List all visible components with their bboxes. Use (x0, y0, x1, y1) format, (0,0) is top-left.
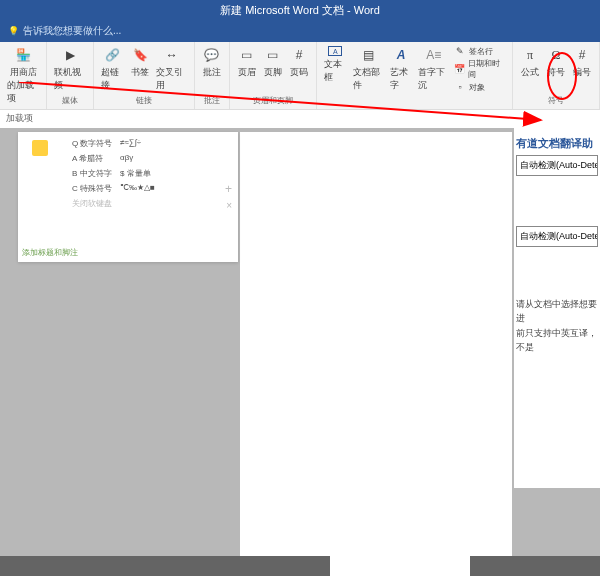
pagenum-button[interactable]: # 页码 (286, 44, 312, 95)
comment-icon: 💬 (203, 46, 221, 64)
page-panel: Q 数字符号≠≈∑∫÷ A 希腊符αβγ B 中文符字$ 常量单 C 特殊符号℃… (18, 132, 238, 262)
textbox-icon: A (328, 46, 342, 56)
group-links: 🔗 超链接 🔖 书签 ↔ 交叉引用 链接 (94, 42, 195, 109)
crossref-icon: ↔ (163, 46, 181, 64)
footer-icon: ▭ (264, 46, 282, 64)
crossref-button[interactable]: ↔ 交叉引用 (153, 44, 190, 95)
close-icon[interactable]: × (226, 200, 232, 211)
ribbon: 🏪 用商店 的加载项 ▶ 联机视频 媒体 🔗 超链接 🔖 书签 (0, 42, 600, 110)
pagenum-icon: # (290, 46, 308, 64)
tell-me-search[interactable]: 💡 告诉我您想要做什么... (0, 20, 600, 42)
footer-button[interactable]: ▭ 页脚 (260, 44, 286, 95)
footer-gap (330, 556, 470, 576)
bookmark-button[interactable]: 🔖 书签 (127, 44, 153, 95)
online-video-button[interactable]: ▶ 联机视频 (51, 44, 89, 95)
group-comments: 💬 批注 批注 (195, 42, 230, 109)
comments-group-label: 批注 (204, 95, 220, 107)
textbox-button[interactable]: A 文本框 (321, 44, 350, 107)
video-icon: ▶ (61, 46, 79, 64)
translation-pane: 有道文档翻译助 自动检测(Auto-Detected 自动检测(Auto-Det… (514, 128, 600, 488)
tag-input[interactable]: 添加标题和脚注 (22, 247, 78, 258)
document-area: Q 数字符号≠≈∑∫÷ A 希腊符αβγ B 中文符字$ 常量单 C 特殊符号℃… (0, 128, 600, 558)
pane-title: 有道文档翻译助 (516, 136, 598, 151)
signature-icon: ✎ (454, 45, 466, 57)
store-button[interactable]: 🏪 用商店 的加载项 (4, 44, 42, 107)
source-lang-select[interactable]: 自动检测(Auto-Detected (516, 155, 598, 176)
number-icon: # (573, 46, 591, 64)
links-group-label: 链接 (136, 95, 152, 107)
docparts-icon: ▤ (359, 46, 377, 64)
symbols-group-label: 符号 (548, 95, 564, 107)
omega-icon: Ω (547, 46, 565, 64)
emoji-icon[interactable] (32, 140, 48, 156)
pane-tip: 请从文档中选择想要进 前只支持中英互译，不是 (516, 297, 598, 355)
group-text: A 文本框 ▤ 文档部件 A 艺术字 A≡ 首字下沉 ✎ 签名行 (317, 42, 513, 109)
sub-labels: 加载项 (0, 110, 600, 128)
symbol-button[interactable]: Ω 符号 (543, 44, 569, 95)
hyperlink-button[interactable]: 🔗 超链接 (98, 44, 127, 95)
number-button[interactable]: # 编号 (569, 44, 595, 95)
group-header-footer: ▭ 页眉 ▭ 页脚 # 页码 页眉和页脚 (230, 42, 317, 109)
group-symbols: π 公式 Ω 符号 # 编号 符号 (513, 42, 600, 109)
tell-me-placeholder: 告诉我您想要做什么... (23, 24, 121, 38)
bookmark-icon: 🔖 (131, 46, 149, 64)
header-icon: ▭ (238, 46, 256, 64)
docparts-button[interactable]: ▤ 文档部件 (350, 44, 387, 107)
hyperlink-icon: 🔗 (104, 46, 122, 64)
pi-icon: π (521, 46, 539, 64)
dropcap-button[interactable]: A≡ 首字下沉 (415, 44, 452, 107)
wordart-icon: A (392, 46, 410, 64)
comment-button[interactable]: 💬 批注 (199, 44, 225, 95)
symbol-popup[interactable]: Q 数字符号≠≈∑∫÷ A 希腊符αβγ B 中文符字$ 常量单 C 特殊符号℃… (68, 136, 159, 211)
window-title: 新建 Microsoft Word 文档 - Word (0, 0, 600, 20)
equation-button[interactable]: π 公式 (517, 44, 543, 95)
document-page[interactable] (240, 132, 512, 562)
dropcap-icon: A≡ (425, 46, 443, 64)
header-button[interactable]: ▭ 页眉 (234, 44, 260, 95)
plus-icon[interactable]: + (225, 182, 232, 196)
object-button[interactable]: ▫ 对象 (452, 80, 508, 94)
headerfooter-group-label: 页眉和页脚 (253, 95, 293, 107)
group-addins: 🏪 用商店 的加载项 (0, 42, 47, 109)
target-lang-select[interactable]: 自动检测(Auto-Detected (516, 226, 598, 247)
datetime-button[interactable]: 📅 日期和时间 (452, 58, 508, 80)
signature-button[interactable]: ✎ 签名行 (452, 44, 508, 58)
media-group-label: 媒体 (62, 95, 78, 107)
datetime-icon: 📅 (454, 63, 465, 75)
store-icon: 🏪 (14, 46, 32, 64)
group-media: ▶ 联机视频 媒体 (47, 42, 94, 109)
lightbulb-icon: 💡 (8, 26, 19, 36)
object-icon: ▫ (454, 81, 466, 93)
wordart-button[interactable]: A 艺术字 (387, 44, 416, 107)
footer-strip (0, 556, 600, 576)
